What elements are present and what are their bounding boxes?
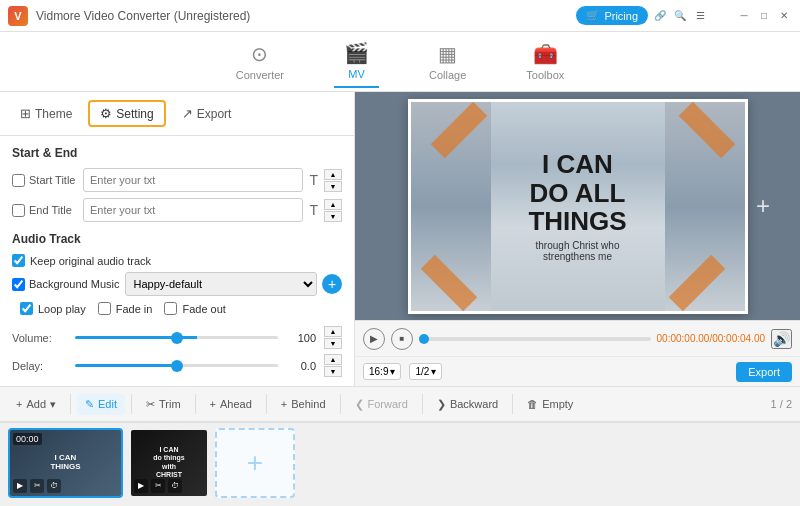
tab-mv[interactable]: 🎬 MV <box>334 35 379 88</box>
end-title-up[interactable]: ▲ <box>324 199 342 210</box>
audio-section: Audio Track Keep original audio track Ba… <box>12 232 342 377</box>
maximize-button[interactable]: □ <box>756 8 772 24</box>
preview-sub-text: through Christ who strengthens me <box>536 240 620 262</box>
delay-down[interactable]: ▼ <box>324 366 342 377</box>
audio-options-row: Loop play Fade in Fade out <box>12 302 342 320</box>
end-title-checkbox[interactable] <box>12 204 25 217</box>
volume-row: Volume: 100 ▲ ▼ <box>12 326 342 349</box>
forward-icon: ❮ <box>355 398 364 411</box>
end-title-steppers: ▲ ▼ <box>324 199 342 222</box>
tab-collage[interactable]: ▦ Collage <box>419 36 476 87</box>
edit-icon: ✎ <box>85 398 94 411</box>
volume-up[interactable]: ▲ <box>324 326 342 337</box>
film-play-btn-1[interactable]: ▶ <box>13 479 27 493</box>
bg-music-checkbox[interactable] <box>12 278 25 291</box>
filmstrip: I CANTHINGS 00:00 ▶ ✂ ⏱ I CANdo thingswi… <box>0 422 800 502</box>
tab-converter[interactable]: ⊙ Converter <box>226 36 294 87</box>
add-music-button[interactable]: + <box>322 274 342 294</box>
behind-button[interactable]: + Behind <box>273 394 334 414</box>
toolbox-icon: 🧰 <box>533 42 558 66</box>
app-logo: V <box>8 6 28 26</box>
fade-out-checkbox[interactable] <box>164 302 177 315</box>
film-controls-1: ▶ ✂ ⏱ <box>13 479 61 493</box>
edit-button[interactable]: ✎ Edit <box>77 394 125 415</box>
close-button[interactable]: ✕ <box>776 8 792 24</box>
titlebar-actions: 🛒 Pricing 🔗 🔍 ☰ ─ □ ✕ <box>576 6 792 25</box>
delay-label: Delay: <box>12 360 67 372</box>
play-button[interactable]: ▶ <box>363 328 385 350</box>
film-item-2[interactable]: I CANdo thingswithCHRIST ▶ ✂ ⏱ <box>129 428 209 498</box>
left-panel: ⊞ Theme ⚙ Setting ↗ Export Start & End S… <box>0 92 355 386</box>
chevron-down-icon: ▾ <box>390 366 395 377</box>
cart-icon: 🛒 <box>586 9 600 22</box>
volume-value: 100 <box>286 332 316 344</box>
film-cut-btn-2[interactable]: ✂ <box>151 479 165 493</box>
film-clock-btn-2[interactable]: ⏱ <box>168 479 182 493</box>
search-icon[interactable]: 🔍 <box>672 8 688 24</box>
forward-button[interactable]: ❮ Forward <box>347 394 416 415</box>
preview-center: I CAN DO ALL THINGS through Christ who s… <box>491 102 665 311</box>
preview-canvas: I CAN DO ALL THINGS through Christ who s… <box>408 99 748 314</box>
film-play-btn-2[interactable]: ▶ <box>134 479 148 493</box>
converter-icon: ⊙ <box>251 42 268 66</box>
aspect-ratio-button[interactable]: 16:9 ▾ <box>363 363 401 380</box>
add-button[interactable]: + Add ▾ <box>8 394 64 415</box>
delay-stepper: ▲ ▼ <box>324 354 342 377</box>
empty-button[interactable]: 🗑 Empty <box>519 394 581 414</box>
loop-play-checkbox[interactable] <box>20 302 33 315</box>
end-title-text-icon[interactable]: T <box>309 202 318 218</box>
music-select[interactable]: Happy-default <box>125 272 318 296</box>
end-title-input[interactable] <box>83 198 303 222</box>
tab-toolbox[interactable]: 🧰 Toolbox <box>516 36 574 87</box>
volume-stepper: ▲ ▼ <box>324 326 342 349</box>
add-film-button[interactable]: + <box>215 428 295 498</box>
backward-button[interactable]: ❯ Backward <box>429 394 506 415</box>
export-button[interactable]: Export <box>736 362 792 382</box>
separator-2 <box>131 394 132 414</box>
separator-1 <box>70 394 71 414</box>
volume-slider[interactable] <box>75 336 278 339</box>
add-dropdown-icon: ▾ <box>50 398 56 411</box>
film-item-1[interactable]: I CANTHINGS 00:00 ▶ ✂ ⏱ <box>8 428 123 498</box>
keep-original-checkbox[interactable] <box>12 254 25 267</box>
delay-slider[interactable] <box>75 364 278 367</box>
pricing-button[interactable]: 🛒 Pricing <box>576 6 648 25</box>
volume-down[interactable]: ▼ <box>324 338 342 349</box>
minimize-button[interactable]: ─ <box>736 8 752 24</box>
add-media-button[interactable]: + <box>756 192 770 220</box>
setting-tab-icon: ⚙ <box>100 106 112 121</box>
film-clock-btn-1[interactable]: ⏱ <box>47 479 61 493</box>
delay-up[interactable]: ▲ <box>324 354 342 365</box>
start-title-text-icon[interactable]: T <box>309 172 318 188</box>
playback-progress[interactable] <box>419 337 651 341</box>
end-title-down[interactable]: ▼ <box>324 211 342 222</box>
page-fraction-button[interactable]: 1/2 ▾ <box>409 363 442 380</box>
chevron-down-icon-2: ▾ <box>431 366 436 377</box>
page-count: 1 / 2 <box>771 398 792 410</box>
add-icon: + <box>16 398 22 410</box>
start-title-checkbox[interactable] <box>12 174 25 187</box>
fade-in-checkbox[interactable] <box>98 302 111 315</box>
ahead-button[interactable]: + Ahead <box>202 394 260 414</box>
start-end-title: Start & End <box>12 146 342 160</box>
separator-4 <box>266 394 267 414</box>
theme-tab[interactable]: ⊞ Theme <box>10 100 82 127</box>
export-tab[interactable]: ↗ Export <box>172 100 242 127</box>
stop-button[interactable]: ■ <box>391 328 413 350</box>
link-icon[interactable]: 🔗 <box>652 8 668 24</box>
delay-row: Delay: 0.0 ▲ ▼ <box>12 354 342 377</box>
setting-tab[interactable]: ⚙ Setting <box>88 100 165 127</box>
start-title-input[interactable] <box>83 168 303 192</box>
main-content: ⊞ Theme ⚙ Setting ↗ Export Start & End S… <box>0 92 800 386</box>
film-controls-2: ▶ ✂ ⏱ <box>134 479 182 493</box>
preview-area: I CAN DO ALL THINGS through Christ who s… <box>355 92 800 320</box>
start-title-up[interactable]: ▲ <box>324 169 342 180</box>
trim-button[interactable]: ✂ Trim <box>138 394 189 415</box>
film-cut-btn-1[interactable]: ✂ <box>30 479 44 493</box>
collage-icon: ▦ <box>438 42 457 66</box>
start-title-down[interactable]: ▼ <box>324 181 342 192</box>
menu-icon[interactable]: ☰ <box>692 8 708 24</box>
separator-5 <box>340 394 341 414</box>
volume-button[interactable]: 🔊 <box>771 329 792 349</box>
background-music-label: Background Music <box>12 278 120 291</box>
